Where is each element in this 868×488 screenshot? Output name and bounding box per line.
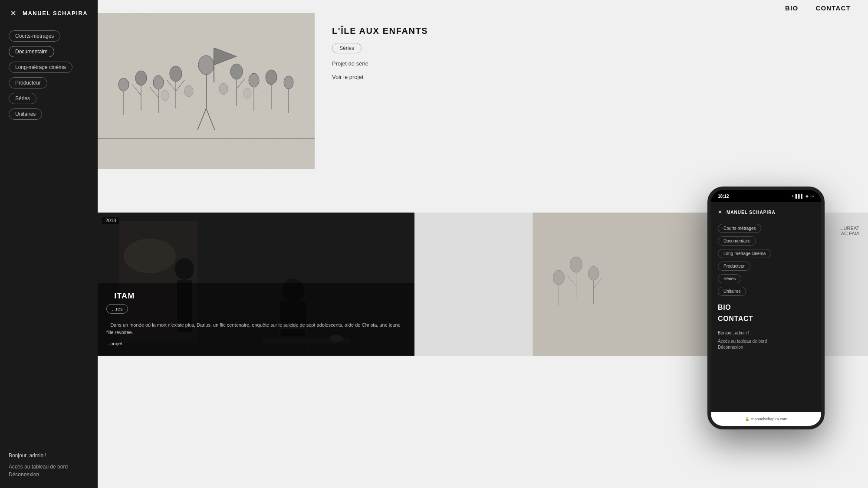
svg-point-51	[570, 257, 582, 272]
svg-point-24	[219, 83, 228, 95]
phone-filter-unitaires[interactable]: Unitaires	[718, 287, 746, 296]
project-top-link[interactable]: Voir le projet	[332, 74, 428, 80]
svg-point-23	[184, 85, 193, 97]
svg-point-15	[230, 64, 243, 79]
sidebar-dashboard-link[interactable]: Accès au tableau de bord	[9, 464, 89, 470]
svg-point-26	[243, 88, 251, 98]
project-bottom-info: ...ITAM ...res ...Dans un monde où la mo…	[98, 283, 414, 356]
sidebar-brand-title: MANUEL SCHAPIRA	[23, 10, 88, 16]
svg-point-7	[170, 66, 182, 82]
svg-point-19	[266, 70, 277, 85]
phone-admin-section: Bonjour, admin ! Accès au tableau de bor…	[718, 331, 814, 350]
phone-mockup: 18:12 ⌖ ▌▌▌ ◈ ▭ ✕ MANUEL SCHAPIRA Courts…	[707, 187, 825, 429]
phone-dashboard-link[interactable]: Accès au tableau de bord	[718, 339, 814, 344]
projects-bottom-row: 2018 ...ITAM ...res ...Dans un monde où …	[98, 213, 868, 356]
phone-header: ✕ MANUEL SCHAPIRA	[718, 209, 814, 215]
phone-filter-producteur[interactable]: Producteur	[718, 262, 750, 271]
project-bottom-desc: ...Dans un monde où la mort n'existe plu…	[106, 321, 406, 336]
phone-filter-documentaire[interactable]: Documentaire	[718, 236, 756, 246]
svg-point-53	[589, 266, 599, 280]
svg-point-11	[135, 71, 147, 85]
svg-point-21	[284, 76, 293, 89]
sidebar-header: ✕ MANUEL SCHAPIRA	[9, 9, 89, 17]
location-icon: ⌖	[792, 194, 794, 199]
project-bottom-tag[interactable]: ...res	[106, 304, 128, 314]
phone-contact-link[interactable]: CONTACT	[718, 315, 814, 323]
sidebar-close-icon[interactable]: ✕	[9, 9, 17, 17]
filter-producteur[interactable]: Producteur	[9, 77, 47, 88]
svg-point-55	[553, 270, 565, 285]
svg-point-9	[153, 75, 164, 89]
battery-icon: ▭	[810, 194, 814, 198]
phone-url: 🔒manuelschapira.com	[745, 417, 787, 421]
filter-courts-metrages[interactable]: Courts-métrages	[9, 30, 60, 42]
filter-series[interactable]: Séries	[9, 93, 36, 104]
sidebar-filters: Courts-métrages Documentaire Long-métrag…	[9, 30, 89, 120]
sidebar: ✕ MANUEL SCHAPIRA Courts-métrages Docume…	[0, 0, 98, 488]
svg-point-1	[198, 56, 214, 75]
project-top-info: L'ÎLE AUX ENFANTS Séries Projet de série…	[315, 0, 445, 213]
phone-brand-title: MANUEL SCHAPIRA	[727, 210, 776, 215]
project-bottom-left: 2018 ...ITAM ...res ...Dans un monde où …	[98, 213, 414, 356]
project-bottom-title: ...ITAM	[106, 291, 406, 301]
sidebar-greeting: Bonjour, admin !	[9, 452, 89, 459]
bio-nav-link[interactable]: BIO	[785, 4, 798, 12]
project-top-tag[interactable]: Séries	[332, 43, 362, 53]
phone-time: 18:12	[718, 194, 729, 199]
svg-point-17	[249, 73, 259, 87]
top-navigation: BIO CONTACT	[768, 0, 868, 16]
project-year-badge: 2018	[102, 217, 119, 224]
signal-icon: ▌▌▌	[796, 194, 804, 198]
phone-browser-bar: 🔒manuelschapira.com	[711, 412, 821, 426]
contact-nav-link[interactable]: CONTACT	[815, 4, 851, 12]
project-top-image	[98, 13, 315, 169]
phone-filter-long[interactable]: Long-métrage cinéma	[718, 249, 771, 258]
phone-notch	[749, 190, 783, 200]
phone-greeting: Bonjour, admin !	[718, 331, 814, 335]
svg-point-47	[124, 239, 176, 273]
phone-filters: Courts-métrages Documentaire Long-métrag…	[718, 224, 814, 296]
filter-unitaires[interactable]: Unitaires	[9, 108, 42, 120]
phone-logout-link[interactable]: Déconnexion	[718, 345, 814, 350]
svg-point-40	[175, 258, 194, 280]
phone-content: ✕ MANUEL SCHAPIRA Courts-métrages Docume…	[711, 202, 821, 426]
filter-long-metrage[interactable]: Long-métrage cinéma	[9, 62, 72, 73]
project-top-row: L'ÎLE AUX ENFANTS Séries Projet de série…	[98, 0, 868, 213]
project-bottom-link[interactable]: ...projet	[106, 341, 122, 346]
filter-documentaire[interactable]: Documentaire	[9, 46, 54, 57]
phone-filter-courts[interactable]: Courts-métrages	[718, 224, 761, 233]
phone-close-icon[interactable]: ✕	[718, 209, 722, 215]
svg-point-13	[118, 78, 129, 91]
phone-nav-links: BIO CONTACT	[718, 304, 814, 323]
phone-device: 18:12 ⌖ ▌▌▌ ◈ ▭ ✕ MANUEL SCHAPIRA Courts…	[707, 187, 825, 429]
project-top-subtitle: Projet de série	[332, 60, 428, 67]
project-top-title: L'ÎLE AUX ENFANTS	[332, 26, 428, 36]
phone-filter-series[interactable]: Séries	[718, 274, 741, 283]
project-partial-text: ...UREAT AC FAIA	[839, 226, 859, 236]
sidebar-admin-section: Bonjour, admin ! Accès au tableau de bor…	[9, 452, 89, 479]
phone-bio-link[interactable]: BIO	[718, 304, 814, 311]
sidebar-logout-link[interactable]: Déconnexion	[9, 472, 89, 478]
wifi-icon: ◈	[806, 194, 809, 198]
phone-status-icons: ⌖ ▌▌▌ ◈ ▭	[792, 194, 814, 199]
main-content: L'ÎLE AUX ENFANTS Séries Projet de série…	[98, 0, 868, 488]
svg-point-25	[161, 90, 169, 101]
